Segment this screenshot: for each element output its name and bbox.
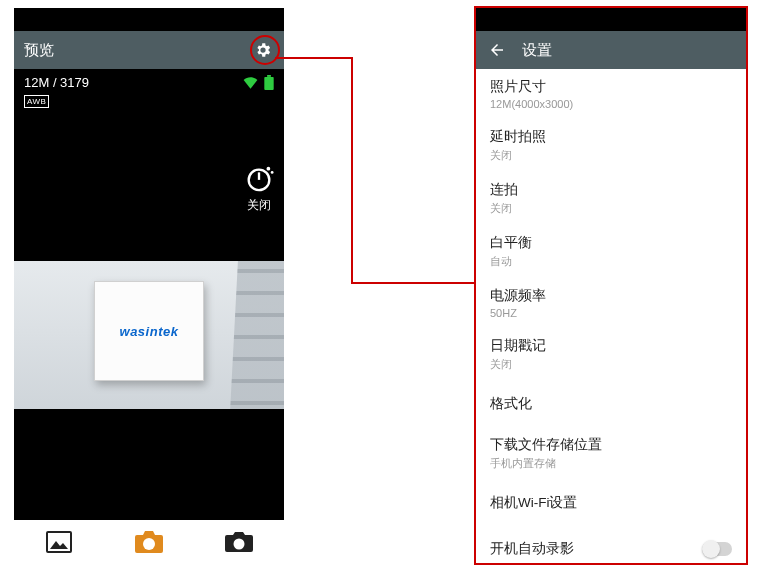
svg-point-9: [234, 538, 245, 549]
info-overlay: 12M / 3179 AWB 关闭: [14, 69, 284, 261]
preview-brand: wasintek: [120, 324, 179, 339]
timer-label: 关闭: [247, 197, 271, 214]
setting-white-balance[interactable]: 白平衡 自动: [476, 225, 746, 278]
settings-button[interactable]: [252, 39, 274, 61]
setting-format[interactable]: 格式化: [476, 381, 746, 427]
arrow-left-icon: [488, 41, 506, 59]
gear-icon: [254, 41, 272, 59]
callout-line: [351, 282, 475, 284]
setting-camera-wifi[interactable]: 相机Wi-Fi设置: [476, 480, 746, 526]
settings-list[interactable]: 照片尺寸 12M(4000x3000) 延时拍照 关闭 连拍 关闭 白平衡 自动…: [476, 69, 746, 563]
setting-photo-size[interactable]: 照片尺寸 12M(4000x3000): [476, 69, 746, 119]
status-bar: [476, 8, 746, 31]
setting-title: 开机自动录影: [490, 535, 732, 563]
setting-value: 关闭: [490, 201, 732, 216]
setting-auto-record[interactable]: 开机自动录影: [476, 526, 746, 563]
setting-date-stamp[interactable]: 日期戳记 关闭: [476, 328, 746, 381]
settings-screen: 设置 照片尺寸 12M(4000x3000) 延时拍照 关闭 连拍 关闭 白平衡…: [476, 8, 746, 563]
setting-title: 白平衡: [490, 234, 732, 252]
setting-value: 自动: [490, 254, 732, 269]
callout-line: [351, 57, 353, 284]
live-preview: wasintek: [14, 261, 284, 409]
setting-power-frequency[interactable]: 电源频率 50HZ: [476, 278, 746, 328]
battery-icon: [264, 75, 274, 90]
photo-camera-icon: [133, 529, 165, 555]
page-title: 设置: [522, 41, 552, 60]
svg-point-4: [267, 167, 271, 171]
setting-download-location[interactable]: 下载文件存储位置 手机内置存储: [476, 427, 746, 480]
app-bar: 设置: [476, 31, 746, 69]
setting-title: 相机Wi-Fi设置: [490, 489, 732, 517]
setting-value: 关闭: [490, 357, 732, 372]
setting-title: 下载文件存储位置: [490, 436, 732, 454]
preview-scene: [230, 261, 284, 409]
mode-bar: [14, 520, 284, 563]
svg-marker-7: [50, 541, 68, 549]
setting-title: 连拍: [490, 181, 732, 199]
gallery-icon: [46, 531, 72, 553]
svg-rect-1: [267, 75, 271, 77]
timer-toggle[interactable]: 关闭: [244, 163, 274, 214]
setting-title: 电源频率: [490, 287, 732, 305]
photo-mode-button[interactable]: [131, 524, 167, 560]
svg-rect-0: [264, 77, 273, 90]
setting-title: 日期戳记: [490, 337, 732, 355]
setting-value: 12M(4000x3000): [490, 98, 732, 110]
status-bar: [14, 8, 284, 31]
setting-timelapse[interactable]: 延时拍照 关闭: [476, 119, 746, 172]
resolution-readout: 12M / 3179: [24, 75, 89, 90]
callout-line: [275, 57, 353, 59]
back-button[interactable]: [486, 39, 508, 61]
timer-icon: [244, 163, 274, 193]
preview-letterbox: [14, 409, 284, 520]
setting-title: 格式化: [490, 390, 732, 418]
awb-badge: AWB: [24, 95, 49, 108]
setting-value: 关闭: [490, 148, 732, 163]
video-mode-button[interactable]: [221, 524, 257, 560]
svg-point-8: [143, 538, 155, 550]
setting-value: 50HZ: [490, 307, 732, 319]
app-bar: 预览: [14, 31, 284, 69]
video-camera-icon: [224, 530, 254, 554]
setting-title: 延时拍照: [490, 128, 732, 146]
wifi-icon: [243, 76, 258, 89]
toggle-switch[interactable]: [702, 542, 732, 556]
setting-title: 照片尺寸: [490, 78, 732, 96]
svg-point-5: [271, 171, 274, 174]
preview-screen: 预览 12M / 3179 AWB: [14, 8, 284, 563]
page-title: 预览: [24, 41, 252, 60]
preview-sign: wasintek: [94, 281, 204, 381]
setting-value: 手机内置存储: [490, 456, 732, 471]
gallery-button[interactable]: [41, 524, 77, 560]
setting-burst[interactable]: 连拍 关闭: [476, 172, 746, 225]
